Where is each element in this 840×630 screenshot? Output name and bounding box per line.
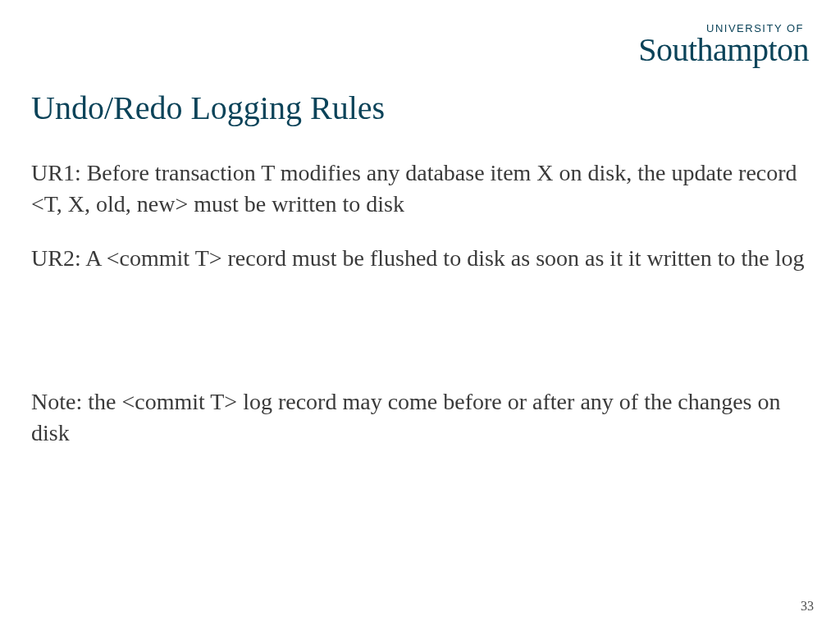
page-number: 33: [801, 599, 814, 614]
slide: UNIVERSITY OF Southampton Undo/Redo Logg…: [0, 0, 840, 630]
spacer: [31, 296, 809, 386]
rule-ur1: UR1: Before transaction T modifies any d…: [31, 158, 809, 220]
university-logo: UNIVERSITY OF Southampton: [638, 23, 809, 66]
slide-body: UR1: Before transaction T modifies any d…: [31, 158, 809, 472]
rule-ur2: UR2: A <commit T> record must be flushed…: [31, 243, 809, 274]
note-text: Note: the <commit T> log record may come…: [31, 386, 809, 449]
slide-title: Undo/Redo Logging Rules: [31, 89, 385, 127]
logo-main-text: Southampton: [638, 34, 809, 66]
